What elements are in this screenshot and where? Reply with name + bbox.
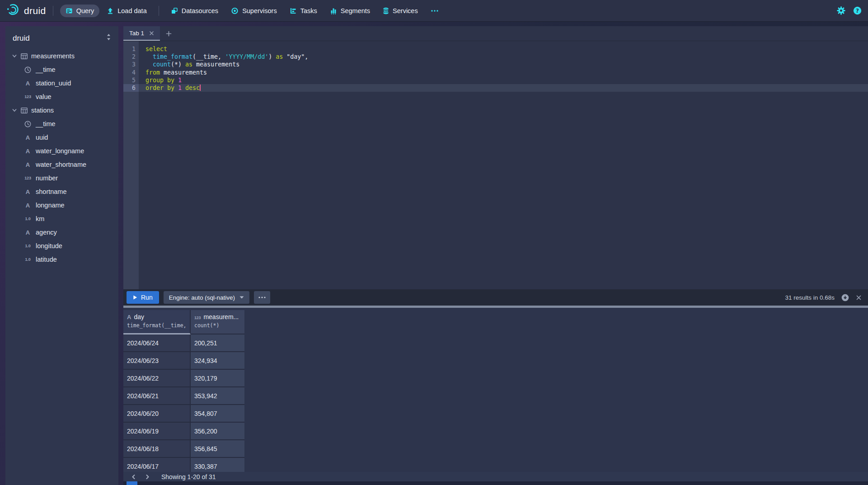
column-header-day[interactable]: A day time_format(__time, … bbox=[123, 310, 191, 334]
string-type-icon: A bbox=[24, 202, 32, 209]
nav-item-more-menu[interactable] bbox=[425, 5, 444, 17]
sort-columns-icon[interactable] bbox=[106, 33, 111, 43]
nav-item-supervisors[interactable]: Supervisors bbox=[225, 5, 282, 17]
tree-item-km-12[interactable]: 1.0km bbox=[5, 212, 118, 226]
nav-item-tasks[interactable]: Tasks bbox=[284, 5, 323, 17]
code-line-5[interactable]: 5group by 1 bbox=[123, 76, 868, 84]
close-results-icon[interactable] bbox=[856, 295, 862, 301]
bottom-strip bbox=[123, 481, 868, 485]
code-line-6[interactable]: 6order by 1 desc bbox=[123, 84, 868, 92]
run-label: Run bbox=[141, 294, 153, 301]
new-tab-button[interactable] bbox=[160, 26, 177, 41]
sql-editor[interactable]: 1select2 time_format(__time, 'YYYY/MM/dd… bbox=[123, 41, 868, 289]
tree-item-uuid-6[interactable]: Auuid bbox=[5, 131, 118, 144]
code-line-3[interactable]: 3 count(*) as measurements bbox=[123, 61, 868, 68]
tree-item-longitude-14[interactable]: 1.0longitude bbox=[5, 239, 118, 253]
run-button[interactable]: Run bbox=[127, 291, 159, 304]
column-expression: time_format(__time, … bbox=[127, 322, 186, 329]
float-type-icon: 1.0 bbox=[24, 244, 32, 248]
code-line-2[interactable]: 2 time_format(__time, 'YYYY/MM/dd') as "… bbox=[123, 53, 868, 61]
tree-item-label: agency bbox=[36, 229, 57, 236]
table-row-0: 2024/06/24200,251 bbox=[123, 334, 245, 352]
line-number: 1 bbox=[123, 45, 139, 53]
druid-logo-icon bbox=[6, 3, 20, 18]
cell-day[interactable]: 2024/06/22 bbox=[123, 370, 191, 387]
nav-item-datasources[interactable]: Datasources bbox=[165, 5, 224, 17]
top-navbar: druid QueryLoad dataDatasourcesSuperviso… bbox=[0, 0, 868, 21]
chevron-down-icon[interactable] bbox=[11, 108, 17, 113]
clock-icon bbox=[24, 66, 32, 73]
svg-text:?: ? bbox=[856, 8, 859, 14]
prev-page-icon[interactable] bbox=[128, 472, 140, 481]
tree-item-latitude-15[interactable]: 1.0latitude bbox=[5, 253, 118, 266]
engine-select[interactable]: Engine: auto (sql-native) bbox=[164, 291, 249, 304]
tab-bar: Tab 1 bbox=[123, 26, 868, 41]
cell-measurements[interactable]: 353,942 bbox=[191, 387, 244, 405]
code-line-1[interactable]: 1select bbox=[123, 45, 868, 53]
cell-day[interactable]: 2024/06/18 bbox=[123, 440, 191, 458]
chevron-down-icon[interactable] bbox=[11, 53, 17, 59]
cell-day[interactable]: 2024/06/17 bbox=[123, 458, 191, 472]
string-type-icon: A bbox=[24, 134, 32, 141]
nav-right: ? bbox=[837, 6, 862, 15]
cell-day[interactable]: 2024/06/20 bbox=[123, 405, 191, 423]
nav-item-services[interactable]: Services bbox=[377, 5, 423, 17]
tree-item-label: measurements bbox=[31, 52, 75, 60]
tree-item-__time-5[interactable]: __time bbox=[5, 117, 118, 131]
number-type-icon: 123 bbox=[24, 176, 32, 180]
code-text: time_format(__time, 'YYYY/MM/dd') as "da… bbox=[139, 53, 868, 61]
number-type-icon: 123 bbox=[194, 315, 201, 320]
pagination-bar: Showing 1-20 of 31 bbox=[123, 472, 868, 481]
cell-measurements[interactable]: 324,934 bbox=[191, 352, 244, 370]
nav-item-query[interactable]: Query bbox=[60, 5, 100, 17]
tree-item-__time-1[interactable]: __time bbox=[5, 63, 118, 76]
cell-day[interactable]: 2024/06/23 bbox=[123, 352, 191, 370]
cell-measurements[interactable]: 356,845 bbox=[191, 440, 244, 458]
code-text: order by 1 desc bbox=[139, 84, 868, 92]
tab-close-icon[interactable] bbox=[149, 31, 154, 36]
column-header-measurements[interactable]: 123 measurem... count(*) bbox=[191, 310, 244, 334]
column-name: measurem... bbox=[203, 313, 239, 320]
column-expression: count(*) bbox=[194, 322, 241, 329]
tree-item-label: water_shortname bbox=[36, 161, 86, 168]
settings-gear-icon[interactable] bbox=[837, 6, 845, 15]
tree-item-shortname-10[interactable]: Ashortname bbox=[5, 185, 118, 198]
engine-label: Engine: auto (sql-native) bbox=[169, 294, 235, 301]
help-icon[interactable]: ? bbox=[853, 6, 862, 15]
next-page-icon[interactable] bbox=[141, 472, 153, 481]
table-row-5: 2024/06/19356,200 bbox=[123, 423, 245, 440]
tree-item-water_longname-7[interactable]: Awater_longname bbox=[5, 144, 118, 158]
cell-measurements[interactable]: 356,200 bbox=[191, 423, 244, 440]
cell-day[interactable]: 2024/06/24 bbox=[123, 334, 191, 352]
tree-item-stations-4[interactable]: stations bbox=[5, 104, 118, 117]
tree-item-value-3[interactable]: 123value bbox=[5, 90, 118, 104]
cell-measurements[interactable]: 200,251 bbox=[191, 334, 244, 352]
cell-day[interactable]: 2024/06/19 bbox=[123, 423, 191, 440]
nav-item-load-data[interactable]: Load data bbox=[101, 5, 152, 17]
code-line-4[interactable]: 4from measurements bbox=[123, 69, 868, 76]
tree-item-longname-11[interactable]: Alongname bbox=[5, 198, 118, 212]
download-icon[interactable] bbox=[841, 294, 849, 301]
table-row-3: 2024/06/21353,942 bbox=[123, 387, 245, 405]
results-panel: A day time_format(__time, … 123 measurem… bbox=[123, 308, 868, 485]
tree-item-station_uuid-2[interactable]: Astation_uuid bbox=[5, 76, 118, 90]
nav-menu: QueryLoad dataDatasourcesSupervisorsTask… bbox=[60, 5, 444, 17]
tree-item-measurements-0[interactable]: measurements bbox=[5, 49, 118, 63]
nav-divider bbox=[159, 6, 159, 16]
tree-item-label: shortname bbox=[36, 188, 67, 195]
cell-measurements[interactable]: 330,387 bbox=[191, 458, 244, 472]
cell-measurements[interactable]: 354,807 bbox=[191, 405, 244, 423]
tab-1[interactable]: Tab 1 bbox=[123, 26, 160, 41]
run-bar-right: 31 results in 0.68s bbox=[785, 294, 862, 301]
nav-item-segments[interactable]: Segments bbox=[324, 5, 375, 17]
float-type-icon: 1.0 bbox=[24, 217, 32, 221]
tree-item-water_shortname-8[interactable]: Awater_shortname bbox=[5, 158, 118, 171]
cell-measurements[interactable]: 320,179 bbox=[191, 370, 244, 387]
tree-item-number-9[interactable]: 123number bbox=[5, 171, 118, 185]
query-more-button[interactable] bbox=[254, 291, 270, 304]
cell-day[interactable]: 2024/06/21 bbox=[123, 387, 191, 405]
nav-item-label: Datasources bbox=[182, 7, 218, 14]
tree-item-label: stations bbox=[31, 107, 54, 114]
brand[interactable]: druid bbox=[6, 3, 46, 18]
tree-item-agency-13[interactable]: Aagency bbox=[5, 226, 118, 239]
